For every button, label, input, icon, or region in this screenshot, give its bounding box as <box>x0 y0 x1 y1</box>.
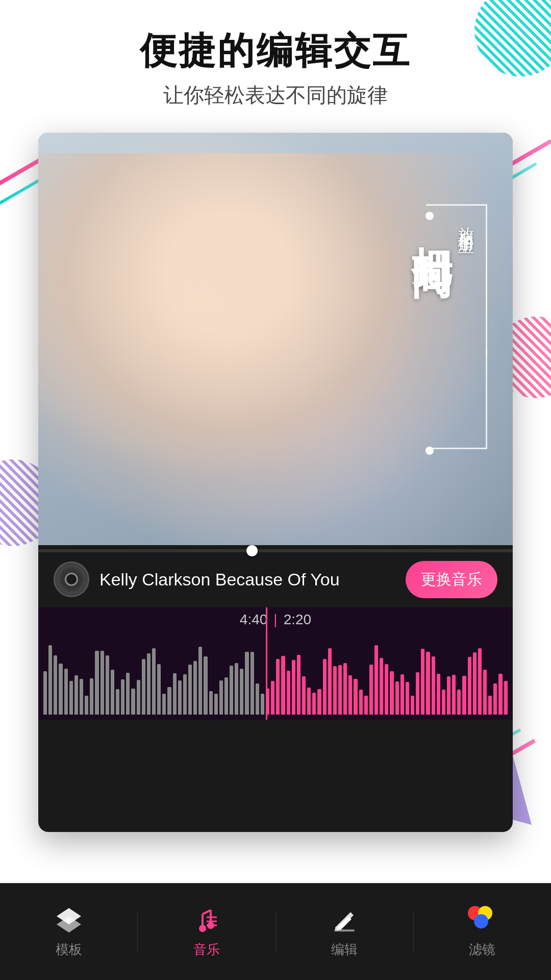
waveform-bar <box>85 696 88 715</box>
waveform-bar <box>504 681 508 715</box>
waveform-bar <box>240 669 243 715</box>
waveform-bar <box>178 680 182 715</box>
waveform-bar <box>54 655 57 715</box>
waveform-bar <box>359 690 363 715</box>
waveform-bar <box>312 693 316 715</box>
waveform-bar <box>447 676 450 715</box>
waveform-bar <box>473 652 477 715</box>
nav-label-music: 音乐 <box>193 941 220 959</box>
music-icon <box>191 905 222 936</box>
music-note-svg <box>192 906 221 935</box>
edit-icon <box>329 905 360 936</box>
waveform-bar <box>173 673 177 715</box>
header-section: 便捷的编辑交互 让你轻松表达不同的旋律 <box>0 31 551 109</box>
waveform-bar <box>219 680 223 715</box>
waveform-area[interactable]: 4:40 | 2:20 <box>38 607 513 720</box>
waveform-bar <box>209 691 213 715</box>
song-info: Kelly Clarkson Because Of You <box>89 570 406 590</box>
waveform-bar <box>462 676 466 715</box>
waveform-bar <box>271 681 274 715</box>
corner-bracket-bottom <box>426 347 487 449</box>
scrubber-area[interactable] <box>38 545 513 557</box>
time-label-current: 2:20 <box>284 611 312 628</box>
nav-item-music[interactable]: 音乐 <box>138 895 275 969</box>
waveform-bar <box>395 681 399 715</box>
scrubber-track <box>38 549 513 552</box>
template-icon <box>54 905 84 936</box>
waveform-bar <box>432 656 435 715</box>
waveform-bar <box>204 656 207 715</box>
waveform-bar <box>302 676 306 715</box>
waveform-bar <box>64 669 68 715</box>
bracket-dot-bottom <box>425 447 434 455</box>
waveform-bar <box>69 681 73 715</box>
waveform-bar <box>101 651 104 715</box>
waveform-bar <box>106 655 109 715</box>
editor-container: 把时间 放在相册里 Kelly Clarkson Because Of You … <box>38 133 513 832</box>
waveform-bar <box>348 675 352 715</box>
scrubber-thumb[interactable] <box>246 545 258 556</box>
waveform-bar <box>121 679 124 715</box>
waveform-bar <box>116 689 119 715</box>
change-music-button[interactable]: 更换音乐 <box>406 561 497 598</box>
nav-label-filter: 滤镜 <box>469 941 495 959</box>
nav-item-template[interactable]: 模板 <box>0 895 137 969</box>
waveform-bar <box>292 660 295 715</box>
waveform-bar <box>406 682 409 715</box>
waveform-bar <box>483 670 487 715</box>
waveform-bar <box>323 659 327 715</box>
waveform-bar <box>95 651 98 715</box>
music-bar: Kelly Clarkson Because Of You 更换音乐 <box>38 551 513 607</box>
bottom-navigation: 模板 音乐 编 <box>0 883 551 980</box>
waveform-bar <box>478 648 482 715</box>
waveform-bar <box>193 661 197 715</box>
filter-icon <box>467 905 497 936</box>
waveform-bar <box>380 658 383 715</box>
svg-line-4 <box>203 910 211 914</box>
waveform-bar <box>157 664 161 715</box>
svg-marker-11 <box>335 912 354 930</box>
waveform-bar <box>411 696 414 715</box>
layers-svg <box>55 906 83 935</box>
nav-item-edit[interactable]: 编辑 <box>276 895 413 969</box>
waveform-bar <box>142 659 145 715</box>
waveform-bar <box>131 689 135 715</box>
waveform-bar <box>224 677 228 715</box>
waveform-bar <box>74 675 78 715</box>
waveform-bar <box>147 653 151 715</box>
waveform-bar <box>297 655 300 715</box>
play-cursor <box>266 607 267 720</box>
waveform-bar <box>328 648 332 715</box>
waveform-bar <box>468 657 471 715</box>
waveform-bar <box>343 663 347 715</box>
waveform-bar <box>354 679 357 715</box>
waveform-bar <box>276 659 280 715</box>
waveform-bar <box>167 687 171 715</box>
svg-marker-1 <box>57 916 81 933</box>
waveform-bar <box>80 679 83 715</box>
waveform-bar <box>437 674 440 715</box>
waveform-bar <box>416 672 419 715</box>
waveform-bar <box>281 656 285 715</box>
waveform-bar <box>493 683 497 715</box>
nav-item-filter[interactable]: 滤镜 <box>414 895 551 969</box>
nav-label-template: 模板 <box>56 941 82 959</box>
waveform-bar <box>214 694 218 715</box>
waveform-bar <box>59 664 62 715</box>
waveform-bar <box>488 696 492 715</box>
waveform-bar <box>188 665 192 715</box>
waveform-bar <box>245 652 248 715</box>
time-separator: | <box>273 611 277 628</box>
filter-circles <box>468 906 496 935</box>
time-label-total: 4:40 <box>240 611 268 628</box>
waveform-bar <box>333 666 337 715</box>
waveform-bar <box>364 696 368 715</box>
photo-overlay-text-group: 把时间 放在相册里 <box>409 214 482 230</box>
waveform-bar <box>198 647 202 715</box>
photo-area: 把时间 放在相册里 <box>38 133 513 551</box>
waveform-bar <box>111 670 114 715</box>
filter-dot-blue <box>474 914 488 928</box>
waveform-bar <box>390 671 393 715</box>
waveform-bar <box>256 683 259 715</box>
waveform-bar <box>251 652 254 715</box>
